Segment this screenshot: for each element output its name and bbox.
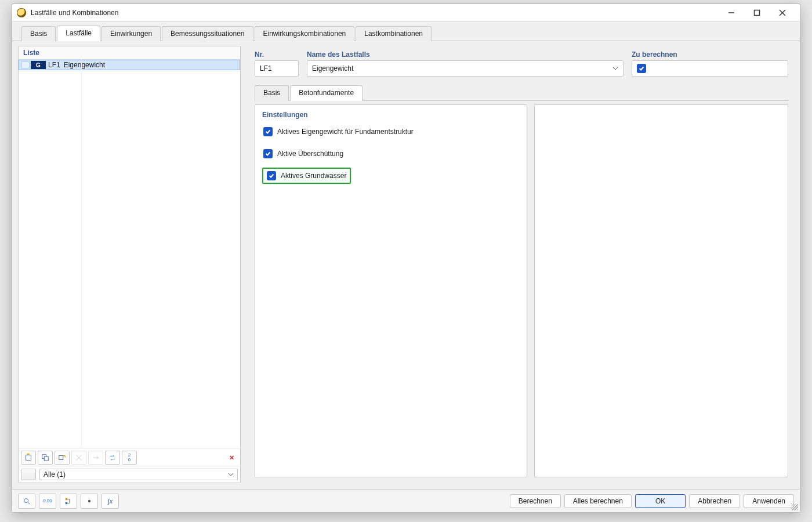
sub-tabstrip: Basis Betonfundamente xyxy=(255,85,788,101)
checkbox-ueberschuettung[interactable] xyxy=(263,149,273,158)
settings-section-title: Einstellungen xyxy=(262,111,520,119)
left-panel-header: Liste xyxy=(19,46,240,60)
units-icon[interactable]: 0,00 xyxy=(39,494,56,509)
loadcase-list[interactable]: G LF1 Eigengewicht xyxy=(19,60,240,448)
search-icon[interactable] xyxy=(18,494,35,509)
tab-lastkomb[interactable]: Lastkombinationen xyxy=(356,26,432,41)
titlebar: Lastfälle und Kombinationen xyxy=(12,4,800,21)
cut-icon xyxy=(71,451,86,465)
name-select[interactable]: Eigengewicht xyxy=(307,60,624,77)
left-filter-row: Alle (1) xyxy=(19,466,240,483)
minimize-button[interactable] xyxy=(719,5,744,21)
svg-rect-9 xyxy=(66,498,68,500)
option-label-eigengewicht: Aktives Eigengewicht für Fundamentstrukt… xyxy=(277,128,414,136)
nr-input[interactable]: LF1 xyxy=(255,60,299,77)
loadcase-code: LF1 xyxy=(48,61,60,69)
nr-label: Nr. xyxy=(255,50,299,59)
svg-rect-1 xyxy=(755,10,760,15)
window-title: Lastfälle und Kombinationen xyxy=(31,9,118,17)
maximize-button[interactable] xyxy=(744,5,770,21)
new-item-icon[interactable] xyxy=(21,451,36,465)
renumber-icon[interactable]: 26 xyxy=(122,451,137,465)
preview-column xyxy=(534,104,788,477)
ok-button[interactable]: OK xyxy=(635,494,686,508)
dot-icon[interactable] xyxy=(81,494,98,509)
list-item[interactable]: G LF1 Eigengewicht xyxy=(19,60,240,70)
app-icon xyxy=(17,8,26,17)
row-color-swatch xyxy=(21,61,30,68)
svg-rect-7 xyxy=(59,456,63,460)
checkbox-eigengewicht[interactable] xyxy=(263,127,273,136)
zuberechnen-field xyxy=(632,60,788,77)
cancel-button[interactable]: Abbrechen xyxy=(689,494,740,508)
shift-icon xyxy=(88,451,103,465)
right-panel: Nr. LF1 Name des Lastfalls Eigengewicht xyxy=(249,46,794,483)
left-toolbar: 26 ✕ xyxy=(19,448,240,466)
option-row-ueberschuettung: Aktive Überschüttung xyxy=(262,146,520,162)
svg-rect-4 xyxy=(26,455,31,461)
tab-einwirkungen[interactable]: Einwirkungen xyxy=(102,26,161,41)
chevron-down-icon xyxy=(612,66,618,71)
zuberechnen-checkbox[interactable] xyxy=(637,64,646,73)
chevron-down-icon xyxy=(228,472,234,477)
settings-column: Einstellungen Aktives Eigengewicht für F… xyxy=(255,104,527,477)
tab-lastfaelle[interactable]: Lastfälle xyxy=(57,26,100,41)
delete-icon[interactable]: ✕ xyxy=(225,451,238,465)
loadcase-name: Eigengewicht xyxy=(64,61,105,69)
tab-bemessung[interactable]: Bemessungssituationen xyxy=(162,26,253,41)
svg-point-11 xyxy=(88,499,90,502)
category-badge: G xyxy=(31,61,46,69)
copy-item-icon[interactable] xyxy=(38,451,53,465)
swap-icon[interactable] xyxy=(105,451,120,465)
filter-select[interactable]: Alle (1) xyxy=(39,469,238,480)
option-row-grundwasser: Aktives Grundwasser xyxy=(262,168,351,184)
calculate-button[interactable]: Berechnen xyxy=(510,494,561,508)
dialog-window: Lastfälle und Kombinationen Basis Lastfä… xyxy=(12,3,800,513)
filter-color-button[interactable] xyxy=(21,469,36,480)
svg-rect-6 xyxy=(44,456,48,461)
left-panel: Liste G LF1 Eigengewicht xyxy=(18,46,241,483)
filter-select-label: Alle (1) xyxy=(44,470,66,478)
tree-icon[interactable] xyxy=(60,494,77,509)
option-label-ueberschuettung: Aktive Überschüttung xyxy=(277,150,343,158)
checkbox-grundwasser[interactable] xyxy=(267,171,276,180)
sub-body: Einstellungen Aktives Eigengewicht für F… xyxy=(255,104,788,477)
resize-grip[interactable] xyxy=(791,503,798,510)
svg-point-8 xyxy=(24,498,28,502)
detail-header-row: Nr. LF1 Name des Lastfalls Eigengewicht xyxy=(255,50,788,77)
close-button[interactable] xyxy=(770,5,795,21)
main-tabstrip: Basis Lastfälle Einwirkungen Bemessungss… xyxy=(12,21,800,41)
option-label-grundwasser: Aktives Grundwasser xyxy=(281,172,346,180)
option-row-eigengewicht: Aktives Eigengewicht für Fundamentstrukt… xyxy=(262,124,520,140)
subtab-betonfundamente[interactable]: Betonfundamente xyxy=(290,85,362,101)
nr-value: LF1 xyxy=(260,64,272,72)
function-icon[interactable]: ∫x xyxy=(102,494,119,509)
apply-button[interactable]: Anwenden xyxy=(744,494,794,508)
tab-basis[interactable]: Basis xyxy=(21,26,56,41)
name-label: Name des Lastfalls xyxy=(307,50,624,59)
svg-rect-10 xyxy=(66,502,68,504)
name-value: Eigengewicht xyxy=(312,64,353,72)
export-item-icon[interactable] xyxy=(55,451,70,465)
body: Liste G LF1 Eigengewicht xyxy=(12,41,800,489)
subtab-basis[interactable]: Basis xyxy=(255,85,289,101)
calculate-all-button[interactable]: Alles berechnen xyxy=(564,494,632,508)
bottom-bar: 0,00 ∫x Berechnen Alles berechnen OK Abb… xyxy=(12,489,800,512)
zuberechnen-label: Zu berechnen xyxy=(632,50,788,59)
tab-einwkomb[interactable]: Einwirkungskombinationen xyxy=(255,26,355,41)
